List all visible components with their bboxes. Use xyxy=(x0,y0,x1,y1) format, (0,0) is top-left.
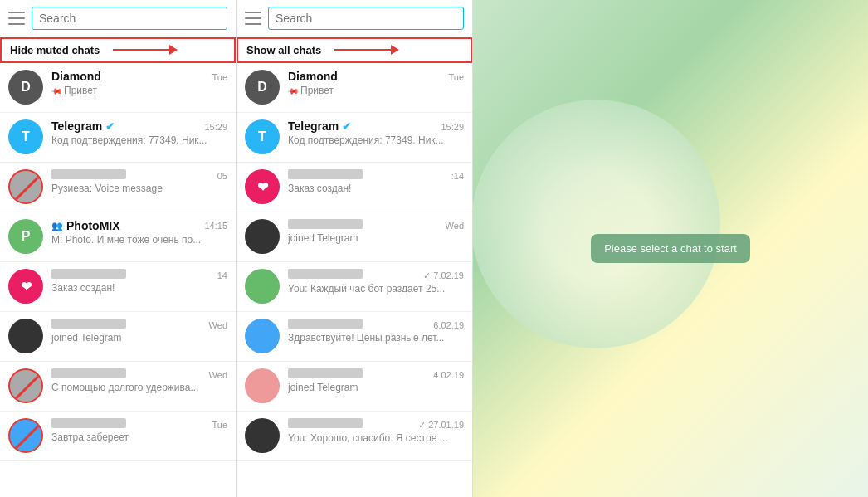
middle-chat-list: DDiamondTue📌ПриветTTelegram✔15:29Код под… xyxy=(237,63,472,497)
avatar: D xyxy=(245,70,280,105)
list-item[interactable]: WedС помощью долгого удержива... xyxy=(0,362,236,412)
list-item[interactable]: 6.02.19Здравствуйте! Цены разные лет... xyxy=(237,312,472,362)
avatar: ❤ xyxy=(245,169,280,204)
avatar xyxy=(245,418,280,453)
chat-info: 👥PhotoMIX14:15M: Photo. И мне тоже очень… xyxy=(51,219,227,246)
chat-preview: 📌Привет xyxy=(51,85,227,96)
right-area: Please select a chat to start xyxy=(473,0,868,497)
chat-time: Tue xyxy=(212,72,227,82)
chat-info: ✓ 7.02.19You: Каждый час бот раздает 25.… xyxy=(288,269,464,295)
list-item[interactable]: Wedjoined Telegram xyxy=(0,312,236,362)
middle-menu-icon[interactable] xyxy=(245,10,261,27)
left-menu-icon[interactable] xyxy=(8,10,25,27)
chat-name xyxy=(288,319,363,329)
left-chat-list: DDiamondTue📌ПриветTTelegram✔15:29Код под… xyxy=(0,63,236,497)
chat-info: 05Рузиева: Voice message xyxy=(51,169,227,194)
chat-name xyxy=(51,319,126,329)
chat-time: 14:15 xyxy=(204,221,227,231)
chat-preview: С помощью долгого удержива... xyxy=(51,382,227,393)
middle-arrow-graphic xyxy=(334,49,393,51)
list-item[interactable]: ❤14Заказ создан! xyxy=(0,262,236,312)
chat-preview: You: Хорошо, спасибо. Я сестре ... xyxy=(288,432,464,444)
chat-time: Wed xyxy=(209,320,227,330)
chat-time: ✓ 27.01.19 xyxy=(418,420,464,431)
chat-time: Wed xyxy=(209,370,227,380)
avatar xyxy=(8,368,43,403)
list-item[interactable]: TueЗавтра забереет xyxy=(0,412,236,461)
chat-name xyxy=(288,418,363,428)
list-item[interactable]: 4.02.19joined Telegram xyxy=(237,362,472,412)
avatar xyxy=(8,319,43,353)
left-header xyxy=(0,0,236,37)
middle-search-input[interactable] xyxy=(268,7,464,30)
chat-info: WedС помощью долгого удержива... xyxy=(51,368,227,393)
avatar: T xyxy=(245,119,280,154)
hide-muted-banner[interactable]: Hide muted chats xyxy=(0,37,236,63)
chat-info: ✓ 27.01.19You: Хорошо, спасибо. Я сестре… xyxy=(288,418,464,444)
chat-preview: Код подтверждения: 77349. Ник... xyxy=(288,134,464,146)
pin-icon: 📌 xyxy=(288,85,300,96)
chat-preview: joined Telegram xyxy=(288,232,464,244)
chat-info: Telegram✔15:29Код подтверждения: 77349. … xyxy=(288,119,464,146)
avatar xyxy=(245,319,280,353)
chat-preview: joined Telegram xyxy=(51,332,227,344)
name-bar xyxy=(51,269,126,279)
right-background: Please select a chat to start xyxy=(473,0,868,497)
name-bar xyxy=(51,169,126,179)
list-item[interactable]: DDiamondTue📌Привет xyxy=(237,63,472,113)
avatar: P xyxy=(8,219,43,254)
chat-info: TueЗавтра забереет xyxy=(51,418,227,443)
chat-time: :14 xyxy=(451,171,464,181)
chat-preview: joined Telegram xyxy=(288,382,464,393)
chat-preview: Здравствуйте! Цены разные лет... xyxy=(288,332,464,344)
chat-name xyxy=(51,418,126,428)
chat-time: ✓ 7.02.19 xyxy=(423,270,464,281)
list-item[interactable]: 05Рузиева: Voice message xyxy=(0,163,236,212)
list-item[interactable]: ✓ 27.01.19You: Хорошо, спасибо. Я сестре… xyxy=(237,412,472,461)
chat-time: Tue xyxy=(212,420,227,430)
chat-time: 4.02.19 xyxy=(433,370,464,380)
chat-name xyxy=(288,269,363,279)
list-item[interactable]: P👥PhotoMIX14:15M: Photo. И мне тоже очен… xyxy=(0,212,236,262)
avatar xyxy=(8,169,43,204)
chat-name xyxy=(51,368,126,378)
list-item[interactable]: ✓ 7.02.19You: Каждый час бот раздает 25.… xyxy=(237,262,472,312)
chat-preview: Заказ создан! xyxy=(288,183,464,194)
list-item[interactable]: Wedjoined Telegram xyxy=(237,212,472,262)
avatar xyxy=(245,269,280,304)
name-bar xyxy=(288,269,363,279)
avatar: ❤ xyxy=(8,269,43,304)
chat-info: 4.02.19joined Telegram xyxy=(288,368,464,393)
list-item[interactable]: TTelegram✔15:29Код подтверждения: 77349.… xyxy=(237,113,472,163)
chat-info: Wedjoined Telegram xyxy=(288,219,464,244)
chat-name xyxy=(288,219,363,229)
name-bar xyxy=(288,418,363,428)
hide-muted-label: Hide muted chats xyxy=(10,44,100,56)
chat-preview: M: Photo. И мне тоже очень по... xyxy=(51,234,227,246)
list-item[interactable]: DDiamondTue📌Привет xyxy=(0,63,236,113)
chat-time: 15:29 xyxy=(441,122,464,132)
chat-preview: Код подтверждения: 77349. Ник... xyxy=(51,134,227,146)
name-bar xyxy=(51,368,126,378)
list-item[interactable]: TTelegram✔15:29Код подтверждения: 77349.… xyxy=(0,113,236,163)
left-panel: Hide muted chats DDiamondTue📌ПриветTTele… xyxy=(0,0,237,497)
middle-header xyxy=(237,0,472,37)
chat-preview: You: Каждый час бот раздает 25... xyxy=(288,283,464,295)
chat-time: Tue xyxy=(448,72,464,82)
chat-name xyxy=(288,169,363,179)
list-item[interactable]: ❤:14Заказ создан! xyxy=(237,163,472,212)
avatar xyxy=(8,418,43,453)
chat-time: Wed xyxy=(446,221,464,231)
chat-name: Diamond xyxy=(288,70,338,83)
verified-icon: ✔ xyxy=(342,120,351,133)
chat-time: 6.02.19 xyxy=(433,320,464,330)
avatar: D xyxy=(8,70,43,105)
chat-time: 15:29 xyxy=(204,122,227,132)
show-all-banner[interactable]: Show all chats xyxy=(237,37,472,63)
chat-name: Telegram✔ xyxy=(288,119,351,133)
pin-icon: 📌 xyxy=(51,85,63,96)
chat-preview: Заказ создан! xyxy=(51,282,227,294)
left-search-input[interactable] xyxy=(32,7,227,30)
name-bar xyxy=(288,319,363,329)
chat-info: DiamondTue📌Привет xyxy=(51,70,227,96)
